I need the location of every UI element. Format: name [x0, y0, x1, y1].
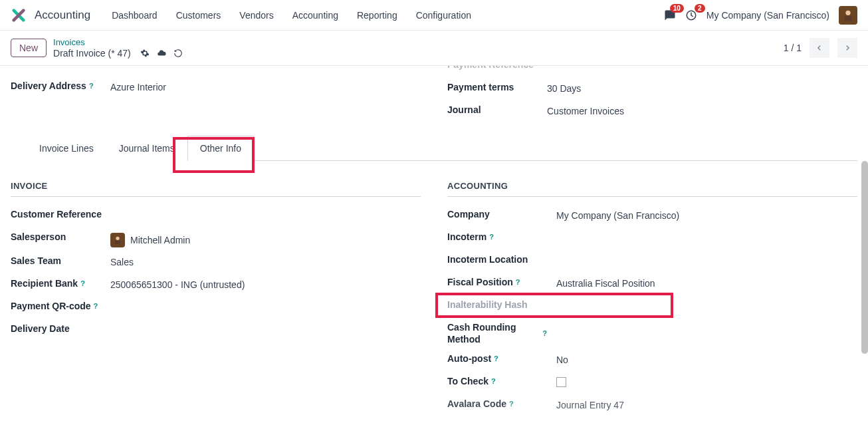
company-value[interactable]: My Company (San Francisco) — [556, 209, 679, 221]
help-icon[interactable]: ? — [491, 377, 496, 385]
activities-button[interactable]: 2 — [685, 9, 697, 21]
company-label: Company — [447, 209, 547, 220]
tocheck-checkbox[interactable] — [556, 377, 566, 387]
topnav-right: 10 2 My Company (San Francisco) — [664, 6, 857, 25]
inalterability-hash-label: Inalterability Hash — [447, 299, 560, 310]
messages-badge: 10 — [670, 4, 684, 13]
tab-journal-items[interactable]: Journal Items — [106, 136, 187, 161]
help-icon[interactable]: ? — [516, 278, 520, 286]
svg-rect-2 — [845, 15, 852, 20]
svg-point-3 — [116, 237, 119, 240]
app-name[interactable]: Accounting — [35, 9, 90, 22]
payment-qr-label: Payment QR-code? — [11, 301, 110, 311]
avalara-code-label: Avalara Code? — [447, 398, 547, 409]
delivery-address-label: Delivery Address? — [11, 80, 110, 91]
tocheck-label: To Check? — [447, 376, 547, 386]
help-icon[interactable]: ? — [94, 302, 98, 310]
delivery-address-value[interactable]: Azure Interior — [110, 80, 166, 92]
recipient-bank-value[interactable]: 250065651300 - ING (untrusted) — [110, 278, 245, 290]
journal-label: Journal — [447, 104, 547, 115]
nav-customers[interactable]: Customers — [168, 6, 229, 25]
journal-value[interactable]: Customer Invoices — [547, 104, 624, 116]
cash-rounding-label: Cash Rounding Method? — [447, 322, 547, 345]
svg-rect-4 — [115, 241, 120, 244]
new-button[interactable]: New — [11, 39, 47, 57]
avatar-icon — [841, 8, 855, 23]
pager-prev[interactable] — [810, 38, 829, 58]
customer-reference-label: Customer Reference — [11, 209, 110, 220]
help-icon[interactable]: ? — [542, 329, 547, 339]
chevron-left-icon — [816, 44, 823, 52]
fiscal-position-label: Fiscal Position? — [447, 277, 547, 287]
fiscal-position-value[interactable]: Australia Fiscal Position — [556, 277, 655, 289]
section-invoice-header: INVOICE — [11, 161, 421, 197]
delivery-date-label: Delivery Date — [11, 323, 110, 334]
breadcrumb-row: New Invoices Draft Invoice (* 47) 1 / 1 — [0, 31, 868, 66]
pager: 1 / 1 — [784, 38, 857, 58]
incoterm-location-label: Incoterm Location — [447, 254, 560, 265]
payment-terms-value[interactable]: 30 Days — [547, 82, 581, 94]
help-icon[interactable]: ? — [89, 82, 94, 90]
payment-terms-label: Payment terms — [447, 82, 547, 92]
messages-button[interactable]: 10 — [664, 9, 676, 21]
avalara-code-value[interactable]: Journal Entry 47 — [556, 398, 624, 410]
pager-text: 1 / 1 — [784, 43, 802, 53]
sales-team-label: Sales Team — [11, 255, 110, 266]
nav-menu: Dashboard Customers Vendors Accounting R… — [104, 6, 479, 25]
nav-configuration[interactable]: Configuration — [408, 6, 479, 25]
gear-icon[interactable] — [140, 49, 150, 58]
sales-team-value[interactable]: Sales — [110, 255, 134, 267]
breadcrumb: Invoices Draft Invoice (* 47) — [53, 37, 183, 59]
help-icon[interactable]: ? — [509, 400, 514, 408]
nav-accounting[interactable]: Accounting — [284, 6, 346, 25]
help-icon[interactable]: ? — [489, 233, 494, 241]
scrollbar-thumb[interactable] — [861, 161, 868, 354]
svg-point-1 — [845, 10, 850, 15]
chevron-right-icon — [844, 44, 851, 52]
nav-vendors[interactable]: Vendors — [231, 6, 281, 25]
section-accounting-header: ACCOUNTING — [447, 161, 857, 197]
cloud-save-icon[interactable] — [156, 49, 167, 58]
payment-reference-label: Payment Reference — [447, 66, 547, 70]
recipient-bank-label: Recipient Bank? — [11, 278, 110, 289]
salesperson-avatar-icon — [110, 233, 125, 247]
company-selector[interactable]: My Company (San Francisco) — [706, 10, 829, 21]
top-nav: Accounting Dashboard Customers Vendors A… — [0, 0, 868, 31]
breadcrumb-parent[interactable]: Invoices — [53, 37, 183, 48]
breadcrumb-current-text: Draft Invoice (* 47) — [53, 48, 131, 59]
app-logo[interactable] — [11, 7, 27, 23]
tab-invoice-lines[interactable]: Invoice Lines — [27, 136, 106, 161]
nav-reporting[interactable]: Reporting — [349, 6, 405, 25]
tab-other-info[interactable]: Other Info — [187, 136, 254, 161]
tocheck-value[interactable] — [556, 376, 566, 387]
help-icon[interactable]: ? — [494, 355, 498, 363]
incoterm-label: Incoterm? — [447, 231, 547, 242]
autopost-value[interactable]: No — [556, 353, 568, 365]
breadcrumb-current: Draft Invoice (* 47) — [53, 48, 183, 59]
form-content: Delivery Address? Azure Interior Payment… — [0, 66, 868, 436]
discard-icon[interactable] — [173, 49, 183, 58]
activities-badge: 2 — [695, 4, 705, 13]
salesperson-value[interactable]: Mitchell Admin — [110, 231, 190, 247]
pager-next[interactable] — [837, 38, 857, 58]
autopost-label: Auto-post? — [447, 353, 547, 364]
help-icon[interactable]: ? — [80, 279, 85, 287]
salesperson-name: Mitchell Admin — [130, 235, 190, 245]
user-avatar[interactable] — [839, 6, 857, 25]
tabs: Invoice Lines Journal Items Other Info — [27, 135, 857, 161]
salesperson-label: Salesperson — [11, 231, 110, 242]
nav-dashboard[interactable]: Dashboard — [104, 6, 165, 25]
